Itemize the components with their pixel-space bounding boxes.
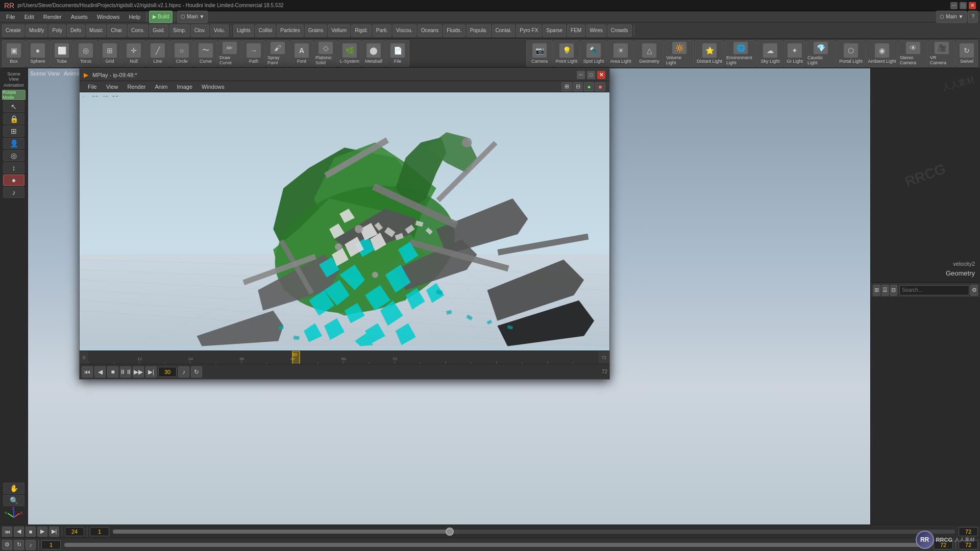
- build-button[interactable]: ▶ Build: [149, 11, 173, 23]
- shelf-tab-char[interactable]: Char.: [107, 24, 127, 37]
- shelf-tab-poly[interactable]: Poly: [48, 24, 65, 37]
- tool-area-light[interactable]: ☀ Area Light: [607, 40, 634, 67]
- tool-curve[interactable]: 〜 Curve: [194, 40, 217, 67]
- play-button[interactable]: ▶▶: [133, 366, 144, 378]
- mplay-close[interactable]: ✕: [597, 71, 605, 79]
- tool-sky-light[interactable]: ☁ Sky Light: [757, 40, 783, 67]
- prev-frame-button[interactable]: ◀: [94, 366, 106, 378]
- shelf-tab-contai[interactable]: Contai.: [492, 24, 516, 37]
- tool-caustic-light[interactable]: 💎 Caustic Light: [806, 40, 836, 67]
- tool-font[interactable]: A Font: [290, 40, 313, 67]
- shelf-tab-parti[interactable]: Parti.: [373, 24, 391, 37]
- tool-path[interactable]: → Path: [242, 40, 265, 67]
- zoom-tool[interactable]: 🔍: [3, 495, 24, 506]
- tool-vr-camera[interactable]: 🎥 VR Camera: [928, 40, 955, 67]
- lock-tool[interactable]: 🔒: [3, 113, 24, 124]
- current-frame-display[interactable]: 30: [158, 367, 177, 377]
- tool-grid[interactable]: ⊞ Grid: [98, 40, 121, 67]
- mplay-menu-file[interactable]: File: [84, 83, 101, 91]
- main-context-button[interactable]: ⬡ Main ▼: [177, 11, 208, 23]
- pb-start-frame[interactable]: 1: [41, 540, 61, 549]
- record-tool[interactable]: ●: [3, 174, 24, 186]
- main-timeline-slider[interactable]: [113, 530, 955, 534]
- menu-file[interactable]: File: [2, 13, 19, 21]
- scale-tool[interactable]: ↕: [3, 162, 24, 173]
- mplay-content[interactable]: ip-09:49:55 1280×720 fr 30 c RRCG RRCG R…: [80, 92, 609, 350]
- shelf-tab-simp[interactable]: Simp.: [169, 24, 190, 37]
- help-button[interactable]: ?: [968, 11, 978, 23]
- mplay-maximize[interactable]: □: [587, 71, 595, 79]
- tool-lsystem[interactable]: 🌿 L-System: [338, 40, 361, 67]
- tool-draw-curve[interactable]: ✏ Draw Curve: [218, 40, 241, 67]
- tool-sphere[interactable]: ● Sphere: [26, 40, 50, 67]
- shelf-tab-collisi[interactable]: Collisi: [255, 24, 276, 37]
- tool-tube[interactable]: ⬜ Tube: [50, 40, 74, 67]
- tool-line[interactable]: ╱ Line: [146, 40, 169, 67]
- loop-toggle[interactable]: ↻: [191, 366, 202, 378]
- shelf-tab-music[interactable]: Music: [86, 24, 106, 37]
- shelf-tab-crowds[interactable]: Crowds: [607, 24, 632, 37]
- main-right-button[interactable]: ⬡ Main ▼: [936, 11, 967, 23]
- shelf-tab-vellum[interactable]: Vellum: [328, 24, 350, 37]
- shelf-tab-lights[interactable]: Lights: [233, 24, 254, 37]
- rotate-mode-button[interactable]: Rotate Mode: [2, 90, 26, 100]
- shelf-tab-particles[interactable]: Particles: [277, 24, 303, 37]
- menu-edit[interactable]: Edit: [20, 13, 38, 21]
- select-tool[interactable]: ↖: [3, 101, 24, 112]
- timeline-ruler[interactable]: 12 24 36 48 60 72 30: [88, 351, 598, 364]
- rp-detail-view[interactable]: ⊟: [890, 285, 898, 296]
- tl-play-button[interactable]: ▶: [37, 527, 47, 537]
- tool-distant-light[interactable]: ⭐ Distant Light: [695, 40, 724, 67]
- rp-search-input[interactable]: [899, 285, 969, 295]
- shelf-tab-create[interactable]: Create: [2, 24, 24, 37]
- mplay-record-btn[interactable]: ●: [584, 82, 594, 91]
- pb-loop-btn[interactable]: ↻: [14, 540, 24, 550]
- minimize-button[interactable]: ─: [950, 2, 958, 9]
- pb-settings-btn[interactable]: ⚙: [2, 540, 12, 550]
- audio-toggle[interactable]: ♪: [178, 366, 189, 378]
- tool-metaball[interactable]: ⬤ Metaball: [362, 40, 385, 67]
- tl-next-button[interactable]: ▶|: [49, 527, 59, 537]
- tl-fps-display[interactable]: 24: [65, 527, 84, 536]
- rewind-start-button[interactable]: ⏮: [82, 366, 93, 378]
- shelf-tab-rigid[interactable]: Rigid.: [351, 24, 372, 37]
- stop-button[interactable]: ■: [107, 366, 118, 378]
- mplay-toolbar-btn2[interactable]: ⊟: [573, 82, 583, 91]
- tool-circle[interactable]: ○ Circle: [170, 40, 193, 67]
- mplay-menu-anim[interactable]: Anim: [151, 83, 172, 91]
- tool-swivel[interactable]: ↻ Swivel: [955, 40, 978, 67]
- shelf-tab-grains[interactable]: Grains: [305, 24, 327, 37]
- tool-volume-light[interactable]: 🔆 Volume Light: [665, 40, 694, 67]
- tool-spray-paint[interactable]: 🖌 Spray Paint: [266, 40, 289, 67]
- tool-gi-light[interactable]: ✦ GI Light: [784, 40, 805, 67]
- character-tool[interactable]: 👤: [3, 138, 24, 149]
- timeline-thumb[interactable]: [446, 528, 454, 536]
- tool-spot-light[interactable]: 🔦 Spot Light: [580, 40, 607, 67]
- shelf-tab-cons[interactable]: Cons.: [128, 24, 148, 37]
- tool-box[interactable]: ▣ Box: [2, 40, 26, 67]
- tool-null[interactable]: ✛ Null: [122, 40, 145, 67]
- range-slider[interactable]: [64, 543, 930, 547]
- shelf-tab-defo[interactable]: Defo: [67, 24, 85, 37]
- tool-portal-light[interactable]: ⬡ Portal Light: [836, 40, 866, 67]
- shelf-tab-popula[interactable]: Popula.: [467, 24, 491, 37]
- mplay-menu-view[interactable]: View: [102, 83, 122, 91]
- rp-settings[interactable]: ⚙: [970, 285, 978, 296]
- tool-file[interactable]: 📄 File: [386, 40, 409, 67]
- shelf-tab-sparse[interactable]: Sparse: [543, 24, 566, 37]
- tl-rewind-button[interactable]: ⏮: [2, 527, 12, 537]
- shelf-tab-guid[interactable]: Guid.: [149, 24, 168, 37]
- menu-assets[interactable]: Assets: [67, 13, 92, 21]
- animation-tab[interactable]: Animation: [4, 83, 24, 88]
- mplay-toolbar-btn1[interactable]: ⊞: [561, 82, 572, 91]
- maximize-button[interactable]: □: [960, 2, 967, 9]
- tool-camera[interactable]: 📷 Camera: [526, 40, 553, 67]
- shelf-tab-clov[interactable]: Clov.: [191, 24, 209, 37]
- mplay-stop-btn[interactable]: ■: [595, 82, 605, 91]
- tool-point-light[interactable]: 💡 Point Light: [553, 40, 580, 67]
- shelf-tab-viscou[interactable]: Viscou.: [393, 24, 416, 37]
- menu-windows[interactable]: Windows: [93, 13, 124, 21]
- shelf-tab-fem[interactable]: FEM: [567, 24, 585, 37]
- shelf-tab-oceans[interactable]: Oceans: [418, 24, 442, 37]
- tl-prev-button[interactable]: ◀: [14, 527, 24, 537]
